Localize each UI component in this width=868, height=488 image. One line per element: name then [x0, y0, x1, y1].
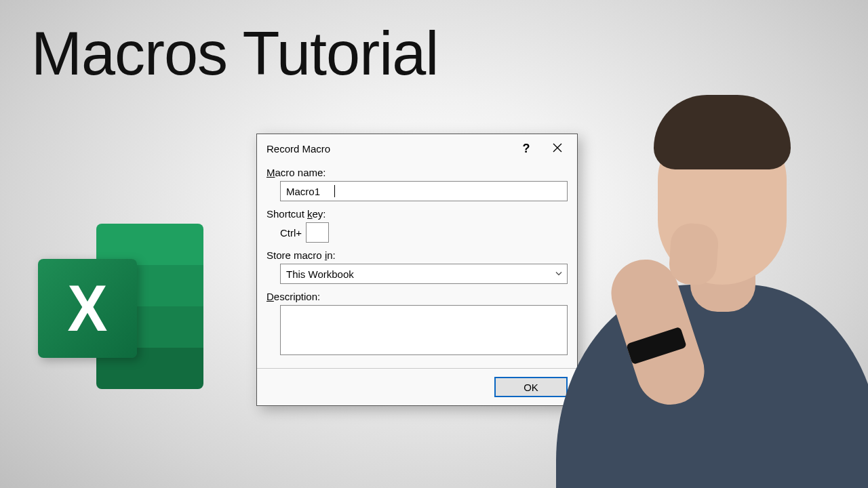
macro-name-input[interactable] [280, 181, 568, 201]
description-label: Description: [267, 291, 568, 302]
chevron-down-icon [555, 268, 563, 280]
page-title: Macros Tutorial [31, 19, 438, 89]
excel-logo-front: X [38, 259, 137, 358]
description-textarea[interactable] [280, 305, 568, 355]
record-macro-dialog: Record Macro ? Macro name: Shortcut key:… [256, 134, 578, 406]
shortcut-key-input[interactable] [306, 222, 329, 243]
store-macro-label: Store macro in: [267, 249, 568, 261]
close-button[interactable] [542, 136, 573, 161]
dialog-title: Record Macro [267, 143, 511, 155]
store-macro-select[interactable]: This Workbook [280, 264, 568, 284]
text-caret [334, 185, 335, 197]
excel-logo-letter: X [68, 271, 108, 346]
dialog-titlebar[interactable]: Record Macro ? [257, 134, 577, 163]
help-button[interactable]: ? [511, 136, 542, 161]
presenter-photo [549, 102, 868, 488]
store-macro-value: This Workbook [286, 268, 354, 280]
shortcut-prefix: Ctrl+ [280, 227, 302, 239]
macro-name-label: Macro name: [267, 167, 568, 178]
ok-button[interactable]: OK [494, 377, 568, 397]
shortcut-key-label: Shortcut key: [267, 208, 568, 220]
close-icon [553, 142, 562, 156]
excel-logo: X [38, 224, 203, 389]
